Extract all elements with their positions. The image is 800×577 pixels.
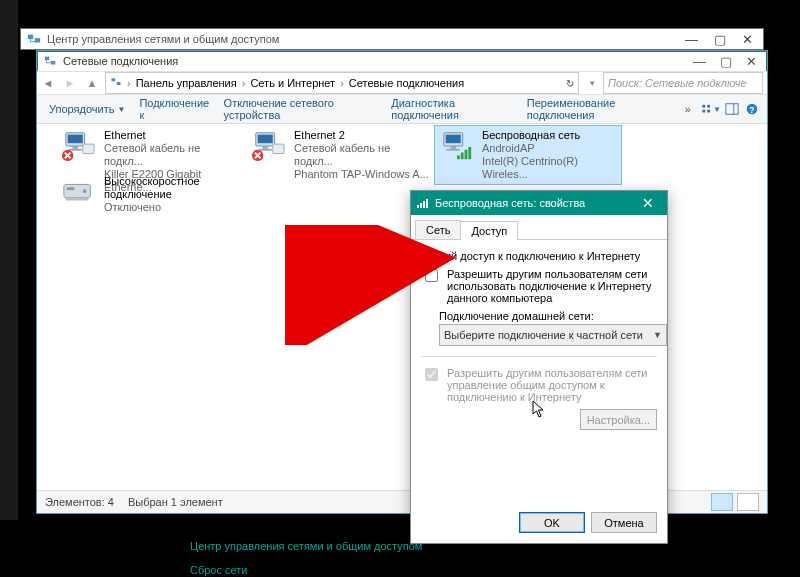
refresh-icon[interactable]: ↻ (566, 78, 574, 89)
connection-name: Ethernet (104, 129, 240, 142)
ok-button[interactable]: OK (519, 512, 585, 533)
connection-item-dialup[interactable]: Высокоскоростное подключение Отключено (57, 172, 243, 217)
breadcrumb-icon (110, 76, 122, 90)
preview-pane-icon[interactable] (723, 99, 741, 119)
svg-rect-27 (446, 135, 461, 144)
modem-icon (60, 175, 98, 209)
settings-links: Центр управления сетями и общим доступом… (190, 540, 422, 576)
wifi-small-icon (417, 197, 429, 209)
svg-rect-5 (117, 82, 121, 85)
svg-rect-6 (702, 105, 705, 108)
link-network-reset[interactable]: Сброс сети (190, 564, 422, 576)
svg-rect-24 (273, 144, 284, 153)
svg-rect-23 (259, 149, 272, 151)
cancel-button[interactable]: Отмена (591, 512, 657, 533)
explorer-titlebar: Сетевые подключения — ▢ ✕ (37, 51, 767, 71)
connection-status: Сетевой кабель не подкл... (294, 142, 430, 168)
allow-sharing-label: Разрешить другим пользователям сети испо… (447, 268, 657, 304)
breadcrumb-item[interactable]: Панель управления (136, 77, 237, 89)
svg-rect-37 (66, 198, 89, 201)
dialog-titlebar: Беспроводная сеть: свойства ✕ (411, 191, 667, 215)
nav-up-button[interactable]: ▲ (81, 73, 103, 93)
tab-network[interactable]: Сеть (415, 220, 461, 239)
connection-name: Ethernet 2 (294, 129, 430, 142)
help-icon[interactable]: ? (743, 99, 761, 119)
minimize-icon[interactable]: — (685, 32, 698, 47)
connect-to-button[interactable]: Подключение к (133, 94, 215, 124)
home-network-select[interactable]: Выберите подключение к частной сети ▼ (439, 324, 667, 346)
view-large-icons-button[interactable] (711, 493, 733, 511)
view-dropdown-icon[interactable]: ▼ (701, 99, 721, 119)
breadcrumb-item[interactable]: Сетевые подключения (349, 77, 464, 89)
disable-device-button[interactable]: Отключение сетевого устройства (218, 94, 384, 124)
svg-rect-29 (447, 149, 460, 151)
connection-device: Phantom TAP-Windows A... (294, 168, 430, 181)
svg-rect-38 (417, 205, 419, 208)
svg-rect-10 (726, 104, 738, 115)
svg-point-36 (83, 189, 87, 193)
maximize-icon[interactable]: ▢ (714, 32, 726, 47)
network-center-window-titlebar: Центр управления сетями и общим доступом… (20, 28, 764, 50)
svg-rect-30 (457, 155, 460, 159)
home-network-label: Подключение домашней сети: (439, 310, 657, 322)
svg-rect-8 (707, 105, 710, 108)
organize-button[interactable]: Упорядочить▼ (43, 100, 131, 118)
obscured-panel (0, 0, 18, 520)
connection-device: Intel(R) Centrino(R) Wireles... (482, 155, 618, 181)
svg-rect-21 (258, 135, 273, 144)
svg-rect-18 (83, 144, 94, 153)
allow-control-row: Разрешить другим пользователям сети упра… (421, 367, 657, 403)
connection-status: Сетевой кабель не подкл... (104, 142, 240, 168)
folder-network-icon (43, 54, 57, 68)
diagnose-button[interactable]: Диагностика подключения (385, 94, 519, 124)
tab-access[interactable]: Доступ (460, 221, 518, 240)
minimize-icon[interactable]: — (693, 54, 706, 69)
search-input[interactable]: Поиск: Сетевые подключе (603, 72, 763, 94)
connection-name: Беспроводная сеть (482, 129, 618, 142)
svg-rect-33 (468, 147, 471, 159)
view-details-button[interactable] (737, 493, 759, 511)
allow-control-checkbox (425, 368, 438, 381)
wifi-icon (438, 129, 476, 163)
status-selection: Выбран 1 элемент (128, 496, 223, 508)
chevron-down-icon: ▼ (653, 330, 662, 340)
rename-button[interactable]: Переименование подключения (521, 94, 677, 124)
svg-rect-35 (67, 187, 75, 190)
address-bar: ◄ ► ▲ › Панель управления › Сеть и Интер… (37, 71, 767, 95)
status-item-count: Элементов: 4 (45, 496, 114, 508)
connection-status: Отключено (104, 201, 240, 214)
toolbar: Упорядочить▼ Подключение к Отключение се… (37, 95, 767, 124)
settings-button: Настройка... (580, 409, 657, 430)
properties-dialog: Беспроводная сеть: свойства ✕ Сеть Досту… (410, 190, 668, 544)
svg-rect-17 (69, 149, 82, 151)
dialog-tabs: Сеть Доступ (411, 217, 667, 240)
connection-item-wireless[interactable]: Беспроводная сеть AndroidAP Intel(R) Cen… (435, 126, 621, 184)
allow-control-label: Разрешить другим пользователям сети упра… (447, 367, 657, 403)
svg-rect-15 (68, 135, 83, 144)
svg-rect-9 (707, 110, 710, 113)
nav-back-button[interactable]: ◄ (37, 73, 59, 93)
dialog-title: Беспроводная сеть: свойства (435, 197, 585, 209)
svg-rect-32 (465, 150, 468, 159)
toolbar-more-button[interactable]: » (679, 100, 697, 118)
link-network-center[interactable]: Центр управления сетями и общим доступом (190, 540, 422, 552)
close-icon[interactable]: ✕ (742, 32, 753, 47)
close-icon[interactable]: ✕ (746, 54, 757, 69)
dropdown-icon[interactable]: ▾ (581, 73, 603, 93)
svg-rect-31 (461, 153, 464, 160)
search-placeholder: Поиск: Сетевые подключе (608, 77, 747, 89)
svg-rect-7 (702, 110, 705, 113)
svg-text:?: ? (749, 105, 754, 115)
connection-item-ethernet2[interactable]: Ethernet 2 Сетевой кабель не подкл... Ph… (247, 126, 433, 184)
home-network-value: Выберите подключение к частной сети (444, 329, 643, 341)
sharing-section-title: Общий доступ к подключению к Интернету (421, 250, 657, 262)
allow-sharing-checkbox[interactable] (425, 269, 438, 282)
close-icon[interactable]: ✕ (635, 195, 661, 211)
connection-name: Высокоскоростное подключение (104, 175, 240, 201)
maximize-icon[interactable]: ▢ (720, 54, 732, 69)
network-center-title: Центр управления сетями и общим доступом (47, 33, 279, 45)
svg-rect-40 (423, 201, 425, 208)
breadcrumb-item[interactable]: Сеть и Интернет (250, 77, 335, 89)
allow-sharing-row[interactable]: Разрешить другим пользователям сети испо… (421, 268, 657, 304)
breadcrumb[interactable]: › Панель управления › Сеть и Интернет › … (105, 72, 579, 94)
